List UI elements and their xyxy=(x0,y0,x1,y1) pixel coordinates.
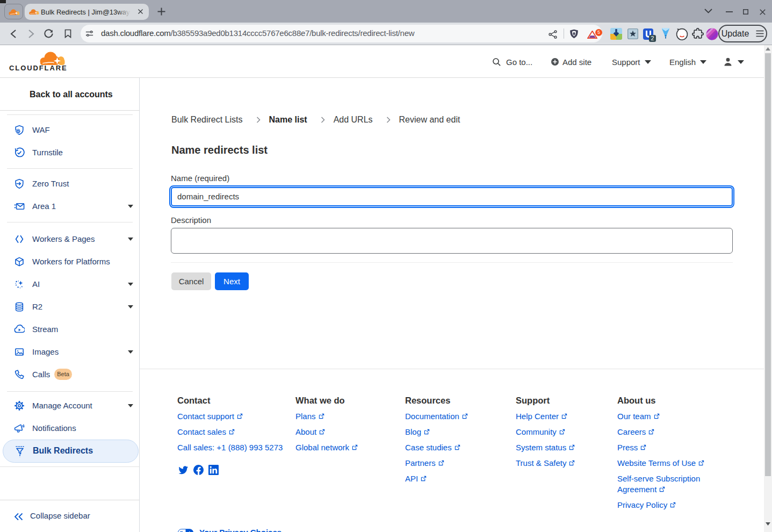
svg-text:2: 2 xyxy=(651,35,654,41)
